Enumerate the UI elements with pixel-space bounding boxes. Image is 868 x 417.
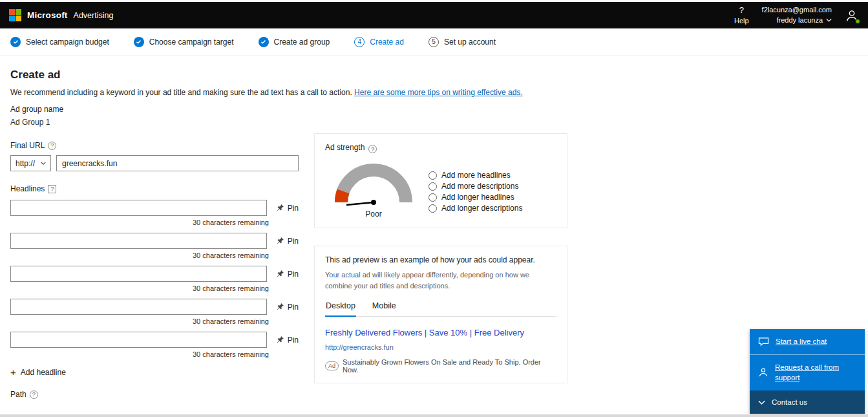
step-label: Select campaign budget: [26, 37, 109, 47]
request-call-button[interactable]: Request a call from support: [750, 355, 865, 390]
headline-input[interactable]: [10, 332, 267, 348]
page-title: Create ad: [10, 69, 858, 81]
preview-ad-title: Freshly Delivered Flowers | Save 10% | F…: [325, 328, 556, 337]
headline-input[interactable]: [10, 299, 267, 315]
pin-button[interactable]: Pin: [276, 336, 299, 345]
main-content: Create ad We recommend including a keywo…: [0, 56, 868, 399]
pin-icon: [276, 336, 284, 344]
ad-strength-gauge: Poor: [325, 155, 422, 219]
ad-strength-panel: Ad strength ? Poor: [314, 133, 567, 228]
headline-input[interactable]: [10, 266, 267, 282]
account-email: f2lacunza@gmail.com: [762, 5, 832, 16]
pin-label: Pin: [288, 237, 299, 246]
protocol-select[interactable]: http://: [10, 155, 51, 171]
request-call-label: Request a call from support: [775, 362, 856, 383]
pin-icon: [276, 303, 284, 311]
topbar: Microsoft Advertising ? Help f2lacunza@g…: [0, 2, 868, 28]
microsoft-logo-icon: [9, 9, 21, 21]
pin-label: Pin: [288, 336, 299, 345]
characters-remaining: 30 characters remaining: [10, 317, 269, 325]
ad-strength-rating: Poor: [325, 209, 422, 219]
pin-button[interactable]: Pin: [276, 303, 299, 312]
preview-display-url: http://greencracks.fun: [325, 343, 556, 351]
support-person-icon: [758, 367, 768, 378]
step-select-campaign-budget[interactable]: Select campaign budget: [10, 37, 109, 47]
headline-input[interactable]: [10, 200, 267, 216]
ad-form: Ad group name Ad Group 1 Final URL ? htt…: [10, 97, 299, 399]
product-name: Advertising: [74, 11, 114, 20]
account-user-name: freddy lacunza: [776, 16, 823, 26]
tab-mobile[interactable]: Mobile: [372, 301, 397, 316]
suggestion-add-more-headlines[interactable]: Add more headlines: [429, 171, 522, 180]
presence-online-indicator: [855, 19, 860, 24]
step-label: Create ad group: [274, 37, 330, 47]
preview-subtext: Your actual ad will likely appear differ…: [325, 270, 542, 291]
help-button[interactable]: ? Help: [734, 5, 749, 25]
page-bottom-edge: [0, 414, 868, 417]
final-url-input[interactable]: [56, 155, 299, 171]
step-label: Choose campaign target: [149, 37, 234, 47]
suggestion-add-more-descriptions[interactable]: Add more descriptions: [429, 182, 522, 191]
chevron-down-icon: [41, 162, 46, 165]
ad-preview-panel: This ad preview is an example of how you…: [314, 246, 567, 383]
contact-us-toggle[interactable]: Contact us: [750, 390, 865, 414]
chevron-down-icon: [758, 400, 765, 405]
ad-strength-suggestions: Add more headlines Add more descriptions…: [429, 169, 522, 215]
check-icon: [259, 37, 269, 47]
headline-input[interactable]: [10, 233, 267, 249]
final-url-info-icon[interactable]: ?: [48, 142, 56, 150]
ad-group-name-label: Ad group name: [10, 105, 299, 114]
final-url-label: Final URL ?: [10, 141, 299, 150]
radio-icon: [429, 204, 437, 213]
contact-us-label: Contact us: [772, 398, 807, 406]
headlines-label: Headlines ?: [10, 184, 299, 193]
pin-icon: [276, 270, 284, 278]
headlines-info-icon[interactable]: ?: [48, 185, 56, 193]
chat-icon: [758, 337, 769, 347]
headline-row: Pin 30 characters remaining: [10, 332, 299, 358]
suggestion-add-longer-headlines[interactable]: Add longer headlines: [429, 193, 522, 202]
headline-row: Pin 30 characters remaining: [10, 266, 299, 292]
brand: Microsoft Advertising: [9, 9, 113, 21]
tips-link[interactable]: Here are some more tips on writing effec…: [354, 88, 523, 97]
characters-remaining: 30 characters remaining: [10, 219, 269, 226]
path-info-icon[interactable]: ?: [30, 390, 38, 399]
characters-remaining: 30 characters remaining: [10, 284, 269, 292]
contact-widget: Start a live chat Request a call from su…: [750, 329, 865, 414]
suggestion-add-longer-descriptions[interactable]: Add longer descriptions: [429, 204, 522, 213]
radio-icon: [429, 182, 437, 191]
characters-remaining: 30 characters remaining: [10, 350, 269, 358]
pin-button[interactable]: Pin: [276, 237, 299, 246]
pin-button[interactable]: Pin: [276, 270, 299, 279]
headline-row: Pin 30 characters remaining: [10, 299, 299, 325]
brand-name: Microsoft: [27, 10, 68, 20]
chevron-down-icon: [826, 18, 832, 22]
radio-icon: [429, 171, 437, 180]
account-menu[interactable]: f2lacunza@gmail.com freddy lacunza: [762, 5, 832, 26]
ad-strength-info-icon[interactable]: ?: [368, 145, 377, 153]
preview-description-row: Ad Sustainably Grown Flowers On Sale and…: [325, 358, 556, 374]
step-create-ad[interactable]: 4 Create ad: [354, 37, 404, 47]
pin-label: Pin: [288, 270, 299, 279]
add-headline-button[interactable]: + Add headline: [10, 367, 66, 377]
intro-text: We recommend including a keyword in your…: [10, 88, 858, 97]
account-avatar[interactable]: [845, 8, 859, 23]
start-live-chat-button[interactable]: Start a live chat: [750, 329, 865, 355]
step-set-up-account[interactable]: 5 Set up account: [429, 37, 496, 47]
ad-badge: Ad: [325, 361, 339, 371]
step-number: 5: [429, 37, 439, 47]
tab-desktop[interactable]: Desktop: [325, 301, 356, 317]
step-choose-campaign-target[interactable]: Choose campaign target: [134, 37, 234, 47]
wizard-stepper: Select campaign budget Choose campaign t…: [0, 28, 868, 56]
step-label: Create ad: [370, 37, 404, 47]
ad-strength-title: Ad strength ?: [325, 143, 556, 153]
preview-description: Sustainably Grown Flowers On Sale and Re…: [343, 358, 556, 374]
step-create-ad-group[interactable]: Create ad group: [259, 37, 330, 47]
gauge-icon: [325, 155, 422, 209]
path-label: Path ?: [10, 390, 299, 399]
pin-button[interactable]: Pin: [276, 204, 299, 213]
headline-row: Pin 30 characters remaining: [10, 233, 299, 259]
pin-label: Pin: [288, 204, 299, 213]
add-headline-label: Add headline: [21, 368, 66, 377]
plus-icon: +: [10, 367, 16, 377]
